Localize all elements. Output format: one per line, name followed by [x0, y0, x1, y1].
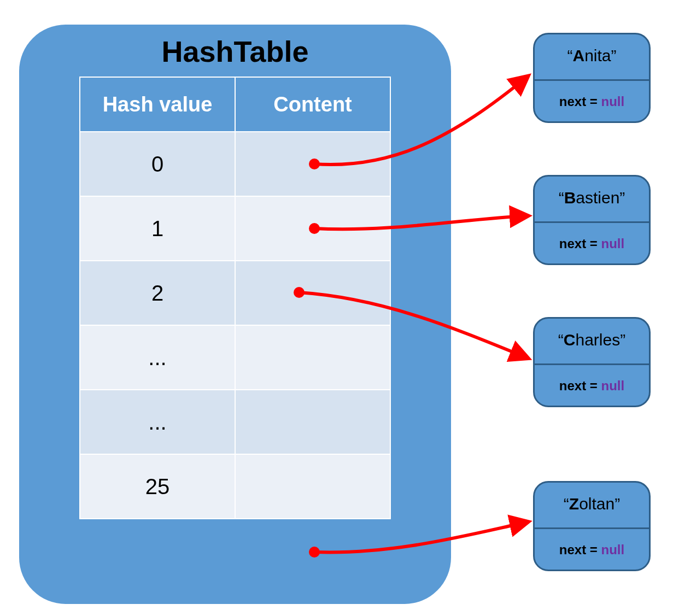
node-divider	[535, 221, 649, 223]
table-row: 1	[80, 196, 390, 261]
th-content: Content	[235, 77, 390, 132]
node-next: next = null	[535, 378, 649, 394]
cell-hash: 0	[80, 132, 235, 196]
cell-hash: 2	[80, 261, 235, 325]
table-row: ...	[80, 325, 390, 390]
cell-hash: ...	[80, 390, 235, 454]
node-next: next = null	[535, 94, 649, 109]
cell-hash: ...	[80, 325, 235, 390]
node-divider	[535, 79, 649, 81]
node-name: “Charles”	[535, 331, 649, 349]
cell-content	[235, 132, 390, 196]
cell-content	[235, 325, 390, 390]
node-divider	[535, 363, 649, 365]
node-bastien: “Bastien” next = null	[533, 175, 651, 265]
node-divider	[535, 527, 649, 529]
cell-content	[235, 261, 390, 325]
table-row: 25	[80, 454, 390, 519]
node-name: “Anita”	[535, 46, 649, 65]
node-name: “Bastien”	[535, 189, 649, 207]
cell-hash: 1	[80, 196, 235, 261]
node-next: next = null	[535, 542, 649, 558]
cell-hash: 25	[80, 454, 235, 519]
th-hash: Hash value	[80, 77, 235, 132]
table-row: 2	[80, 261, 390, 325]
hashtable-container: HashTable Hash value Content 0 1 2 ... .…	[19, 25, 451, 604]
node-zoltan: “Zoltan” next = null	[533, 481, 651, 571]
diagram-title: HashTable	[19, 34, 451, 68]
hash-table: Hash value Content 0 1 2 ... ... 25	[79, 77, 391, 519]
node-anita: “Anita” next = null	[533, 33, 651, 123]
table-row: 0	[80, 132, 390, 196]
table-row: ...	[80, 390, 390, 454]
node-charles: “Charles” next = null	[533, 317, 651, 407]
node-next: next = null	[535, 236, 649, 251]
cell-content	[235, 454, 390, 519]
cell-content	[235, 390, 390, 454]
node-name: “Zoltan”	[535, 495, 649, 513]
cell-content	[235, 196, 390, 261]
